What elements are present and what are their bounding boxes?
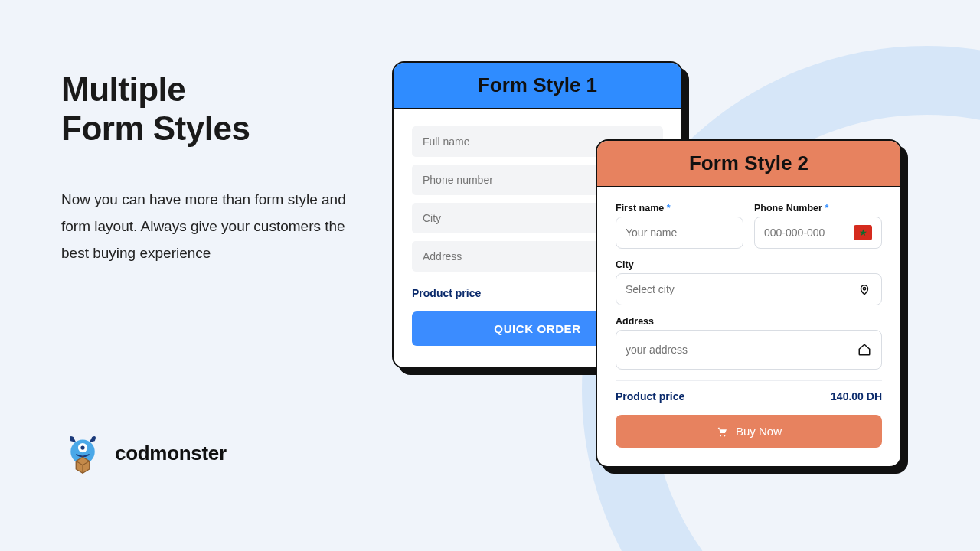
first-name-field[interactable]	[626, 227, 733, 239]
address-label: Address	[616, 316, 882, 327]
divider	[616, 380, 882, 381]
form2-title: Form Style 2	[597, 141, 900, 187]
svg-point-3	[863, 288, 865, 290]
required-mark: *	[667, 203, 671, 214]
cart-icon	[716, 425, 728, 438]
headline-line-1: Multiple	[61, 70, 185, 108]
codmonster-icon	[61, 432, 104, 474]
required-mark: *	[825, 203, 828, 214]
price-row: Product price 140.00 DH	[616, 390, 882, 403]
form2-price-value: 140.00 DH	[831, 390, 882, 403]
location-pin-icon	[857, 282, 872, 297]
home-icon	[857, 342, 872, 357]
svg-point-2	[80, 445, 84, 449]
form2-body: First name * Phone Number * ★ City	[597, 187, 900, 466]
buy-now-button[interactable]: Buy Now	[616, 415, 882, 448]
first-name-label-text: First name	[616, 203, 664, 214]
phone-number-field[interactable]	[764, 227, 849, 239]
left-column: Multiple Form Styles Now you can have mo…	[61, 70, 352, 267]
morocco-flag-icon: ★	[854, 225, 872, 240]
city-select[interactable]	[626, 283, 851, 295]
form1-title: Form Style 1	[394, 63, 681, 109]
phone-label-text: Phone Number	[754, 203, 822, 214]
address-field[interactable]	[626, 344, 851, 356]
city-label: City	[616, 259, 882, 270]
first-name-label: First name *	[616, 203, 743, 214]
page-subtext: Now you can have more than form style an…	[61, 186, 352, 266]
phone-number-label: Phone Number *	[754, 203, 882, 214]
svg-point-5	[724, 435, 725, 436]
brand-name: codmonster	[115, 442, 227, 465]
headline-line-2: Form Styles	[61, 109, 250, 147]
svg-point-4	[720, 435, 721, 436]
form-style-2-card: Form Style 2 First name * Phone Number *	[596, 139, 902, 468]
page-title: Multiple Form Styles	[61, 70, 352, 148]
form2-price-label: Product price	[616, 390, 684, 403]
brand-logo: codmonster	[61, 432, 227, 474]
buy-now-label: Buy Now	[736, 425, 782, 438]
